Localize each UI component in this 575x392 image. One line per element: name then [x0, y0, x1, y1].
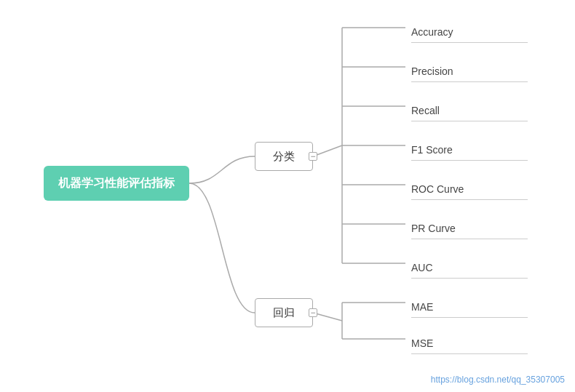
branch-classification[interactable]: 分类 −: [255, 142, 313, 171]
branch-regression[interactable]: 回归 −: [255, 298, 313, 327]
leaf-auc: AUC: [411, 257, 528, 279]
mind-map-canvas: 机器学习性能评估指标 分类 − 回归 − https://blog.csdn.n…: [0, 0, 575, 392]
watermark: https://blog.csdn.net/qq_35307005: [431, 375, 565, 385]
leaf-accuracy: Accuracy: [411, 22, 528, 43]
leaf-f1-score: F1 Score: [411, 140, 528, 161]
collapse-regression[interactable]: −: [309, 308, 317, 317]
root-node: 机器学习性能评估指标: [44, 166, 189, 201]
collapse-classification[interactable]: −: [309, 152, 317, 161]
branch-regression-label: 回归: [273, 306, 295, 320]
leaf-mse: MSE: [411, 333, 528, 354]
leaf-roc-curve: ROC Curve: [411, 179, 528, 200]
leaf-mae: MAE: [411, 297, 528, 318]
leaf-pr-curve: PR Curve: [411, 218, 528, 239]
branch-classification-label: 分类: [273, 150, 295, 164]
root-label: 机器学习性能评估指标: [58, 176, 175, 191]
leaf-recall: Recall: [411, 100, 528, 121]
leaf-precision: Precision: [411, 61, 528, 82]
